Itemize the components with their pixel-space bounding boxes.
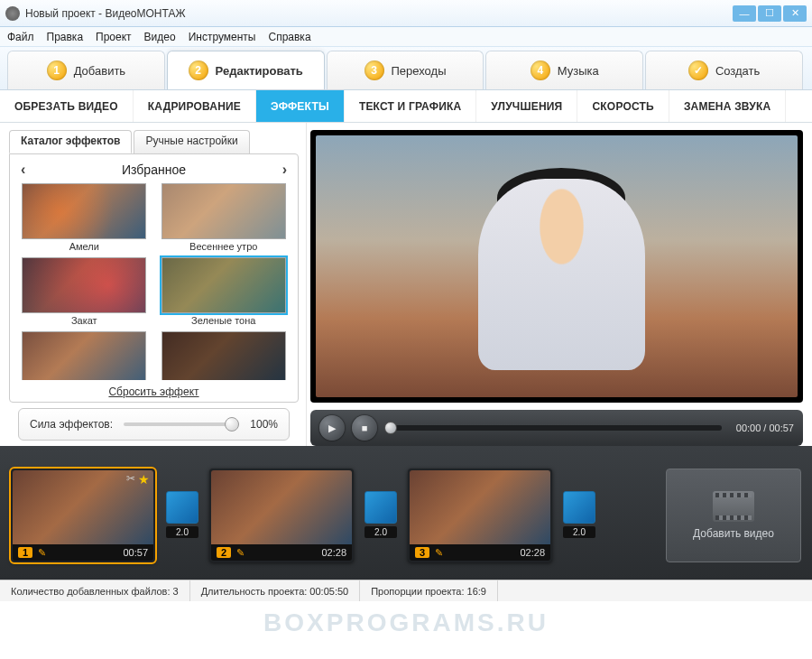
transition-duration: 2.0 bbox=[563, 526, 595, 538]
effects-panel: Каталог эффектов Ручные настройки ‹ Избр… bbox=[0, 123, 307, 446]
effect-thumb bbox=[22, 183, 146, 239]
step-label: Редактировать bbox=[216, 64, 303, 78]
clip-number: 2 bbox=[217, 547, 231, 558]
effects-category-title: Избранное bbox=[122, 162, 186, 177]
effect-reset-row: Сбросить эффект bbox=[14, 380, 294, 400]
transition-2[interactable]: 2.0 bbox=[363, 491, 399, 540]
preview-frame-decor bbox=[478, 179, 646, 369]
effect-spring-morning[interactable]: Весеннее утро bbox=[157, 183, 291, 254]
seek-knob-icon[interactable] bbox=[384, 422, 397, 434]
effect-item[interactable] bbox=[157, 331, 291, 380]
effects-tabstrip: Каталог эффектов Ручные настройки bbox=[9, 130, 299, 153]
step-edit[interactable]: 2Редактировать bbox=[167, 51, 325, 89]
clip-3[interactable]: 3 ✎ 02:28 bbox=[408, 469, 552, 562]
play-button[interactable]: ▶ bbox=[319, 415, 345, 441]
clip-number: 3 bbox=[415, 547, 429, 558]
slider-knob-icon[interactable] bbox=[225, 417, 239, 432]
strength-value: 100% bbox=[250, 418, 278, 431]
clip-infobar: 1 ✎ 00:57 bbox=[13, 544, 153, 561]
pencil-icon[interactable]: ✎ bbox=[435, 547, 443, 559]
transition-1[interactable]: 2.0 bbox=[164, 491, 200, 540]
step-add[interactable]: 1Добавить bbox=[7, 51, 165, 89]
tab-effects-manual[interactable]: Ручные настройки bbox=[134, 130, 249, 153]
menubar: Файл Правка Проект Видео Инструменты Спр… bbox=[0, 27, 812, 47]
wizard-steps: 1Добавить 2Редактировать 3Переходы 4Музы… bbox=[0, 47, 812, 90]
effect-label: Зеленые тона bbox=[191, 315, 255, 328]
watermark-text: BOXPROGRAMS.RU bbox=[0, 608, 812, 637]
tab-replace-audio[interactable]: ЗАМЕНА ЗВУКА bbox=[669, 90, 786, 122]
step-label: Создать bbox=[715, 64, 760, 78]
pencil-icon[interactable]: ✎ bbox=[38, 547, 46, 559]
menu-tools[interactable]: Инструменты bbox=[189, 31, 256, 43]
tab-speed[interactable]: СКОРОСТЬ bbox=[577, 90, 669, 122]
clip-duration: 00:57 bbox=[123, 547, 148, 558]
effect-sunset[interactable]: Закат bbox=[17, 257, 152, 328]
step-music[interactable]: 4Музыка bbox=[485, 51, 643, 89]
step-create[interactable]: Создать bbox=[645, 51, 803, 89]
transition-duration: 2.0 bbox=[166, 526, 198, 538]
clip-duration: 02:28 bbox=[520, 547, 545, 558]
step-label: Добавить bbox=[74, 64, 125, 78]
pencil-icon[interactable]: ✎ bbox=[236, 547, 245, 559]
menu-file[interactable]: Файл bbox=[7, 31, 34, 43]
clip-infobar: 3 ✎ 02:28 bbox=[410, 544, 550, 561]
status-duration: Длительность проекта: 00:05:50 bbox=[190, 580, 361, 601]
clip-1[interactable]: ✂ ★ 1 ✎ 00:57 bbox=[11, 469, 155, 562]
tab-enhancements[interactable]: УЛУЧШЕНИЯ bbox=[476, 90, 577, 122]
video-preview[interactable] bbox=[310, 130, 803, 403]
player-seekbar[interactable] bbox=[384, 425, 722, 431]
clip-2[interactable]: 2 ✎ 02:28 bbox=[209, 469, 354, 562]
transition-icon bbox=[166, 491, 198, 524]
transition-icon bbox=[364, 491, 397, 524]
effect-green-tones[interactable]: Зеленые тона bbox=[157, 257, 291, 328]
status-aspect: Пропорции проекта: 16:9 bbox=[360, 580, 498, 601]
effect-thumb bbox=[22, 331, 146, 380]
app-icon bbox=[5, 6, 20, 21]
tab-trim[interactable]: ОБРЕЗАТЬ ВИДЕО bbox=[0, 90, 134, 122]
effects-category-header: ‹ Избранное › bbox=[14, 160, 294, 183]
chevron-right-icon[interactable]: › bbox=[282, 162, 287, 178]
reset-effect-link[interactable]: Сбросить эффект bbox=[108, 385, 198, 398]
menu-project[interactable]: Проект bbox=[96, 31, 132, 43]
transition-duration: 2.0 bbox=[364, 526, 397, 538]
transition-3[interactable]: 2.0 bbox=[561, 491, 597, 540]
effect-ameli[interactable]: Амели bbox=[17, 183, 152, 254]
clip-thumb bbox=[211, 470, 352, 544]
scissors-icon[interactable]: ✂ bbox=[126, 472, 135, 485]
minimize-button[interactable]: — bbox=[733, 5, 756, 22]
menu-help[interactable]: Справка bbox=[268, 31, 310, 43]
tab-crop[interactable]: КАДРИРОВАНИЕ bbox=[134, 90, 256, 122]
timeline-strip[interactable]: ✂ ★ 1 ✎ 00:57 2.0 2 ✎ 02:28 2.0 3 ✎ 02:2… bbox=[0, 446, 812, 580]
step-number-icon: 3 bbox=[364, 60, 384, 80]
effect-thumb bbox=[161, 183, 286, 239]
maximize-button[interactable]: ☐ bbox=[758, 5, 781, 22]
player-controls: ▶ ■ 00:00 / 00:57 bbox=[310, 410, 803, 446]
close-button[interactable]: ✕ bbox=[783, 5, 807, 22]
effect-strength-row: Сила эффектов: 100% bbox=[18, 408, 290, 441]
chevron-left-icon[interactable]: ‹ bbox=[21, 162, 25, 178]
film-icon bbox=[713, 491, 754, 522]
step-label: Переходы bbox=[392, 64, 447, 78]
effect-label: Весеннее утро bbox=[189, 241, 257, 254]
tab-effects-catalog[interactable]: Каталог эффектов bbox=[9, 130, 132, 153]
player-timecode: 00:00 / 00:57 bbox=[736, 422, 794, 433]
strength-slider[interactable] bbox=[124, 422, 239, 426]
clip-infobar: 2 ✎ 02:28 bbox=[211, 544, 352, 561]
strength-label: Сила эффектов: bbox=[30, 418, 113, 431]
main-area: Каталог эффектов Ручные настройки ‹ Избр… bbox=[0, 123, 812, 446]
stop-button[interactable]: ■ bbox=[352, 415, 377, 441]
window-controls: — ☐ ✕ bbox=[733, 5, 807, 22]
star-icon[interactable]: ★ bbox=[138, 472, 150, 487]
tab-text-graphics[interactable]: ТЕКСТ И ГРАФИКА bbox=[345, 90, 476, 122]
clip-number: 1 bbox=[18, 547, 32, 558]
effect-item[interactable] bbox=[17, 331, 152, 380]
add-video-button[interactable]: Добавить видео bbox=[666, 469, 801, 562]
status-bar: Количество добавленных файлов: 3 Длитель… bbox=[0, 580, 812, 601]
menu-video[interactable]: Видео bbox=[144, 31, 176, 43]
menu-edit[interactable]: Правка bbox=[47, 31, 84, 43]
transition-icon bbox=[563, 491, 595, 524]
tab-effects[interactable]: ЭФФЕКТЫ bbox=[256, 90, 345, 122]
clip-duration: 02:28 bbox=[321, 547, 346, 558]
step-transitions[interactable]: 3Переходы bbox=[327, 51, 484, 89]
effects-grid[interactable]: Амели Весеннее утро Закат Зеленые тона bbox=[14, 183, 294, 380]
